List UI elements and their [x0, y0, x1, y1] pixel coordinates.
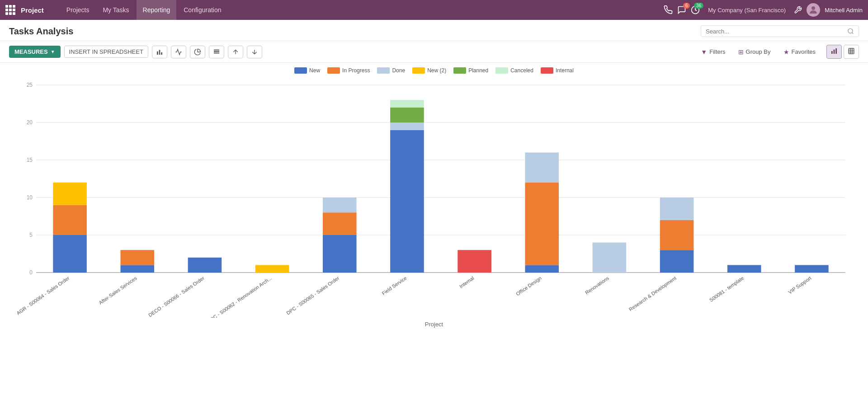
svg-rect-9: [214, 49, 219, 50]
filter-group: ▼ Filters ⊞ Group By ★ Favorites: [697, 46, 819, 58]
filter-icon: ▼: [701, 48, 707, 56]
user-avatar[interactable]: [807, 3, 820, 17]
chart-view-button[interactable]: [826, 45, 842, 59]
search-bar[interactable]: [701, 25, 859, 37]
messages-badge: 6: [683, 3, 690, 9]
svg-rect-14: [835, 48, 837, 54]
action-toolbar: MEASURES ▼ INSERT IN SPREADSHEET ▼ Filte…: [0, 41, 868, 63]
chart-legend: NewIn ProgressDoneNew (2)PlannedCanceled…: [9, 67, 859, 74]
legend-color-swatch: [377, 67, 390, 74]
bar-segment[interactable]: [525, 265, 559, 273]
svg-rect-15: [849, 48, 854, 54]
bar-segment[interactable]: [660, 250, 694, 273]
legend-label: Done: [392, 67, 405, 74]
line-chart-button[interactable]: [171, 46, 186, 58]
line-chart-icon: [175, 48, 182, 56]
nav-configuration[interactable]: Configuration: [177, 0, 227, 20]
groupby-button[interactable]: ⊞ Group By: [735, 46, 774, 58]
top-navigation: Project Projects My Tasks Reporting Conf…: [0, 0, 868, 20]
bar-segment[interactable]: [323, 198, 357, 212]
app-name: Project: [21, 6, 44, 14]
bar-segment[interactable]: [323, 235, 357, 273]
bar-segment[interactable]: [593, 243, 627, 273]
bar-segment[interactable]: [727, 265, 761, 273]
svg-point-1: [811, 6, 815, 10]
bar-chart-svg: 0510152025AGR - S00064 - Sales OrderAfte…: [9, 78, 859, 318]
messages-icon-btn[interactable]: 6: [677, 5, 686, 14]
bar-segment[interactable]: [390, 130, 424, 273]
svg-text:20: 20: [27, 119, 33, 126]
x-axis-label: After-Sales Services: [98, 275, 138, 306]
legend-label: Planned: [468, 67, 488, 74]
svg-line-3: [852, 33, 853, 34]
chart-view-icon: [830, 47, 838, 55]
bar-segment[interactable]: [525, 183, 559, 265]
bar-segment[interactable]: [390, 122, 424, 130]
bar-segment[interactable]: [53, 205, 87, 235]
bar-segment[interactable]: [390, 100, 424, 108]
bar-segment[interactable]: [188, 258, 222, 273]
search-icon: [847, 28, 854, 35]
legend-item: Canceled: [495, 67, 533, 74]
search-input[interactable]: [706, 28, 847, 35]
legend-color-swatch: [412, 67, 425, 74]
legend-item: Done: [377, 67, 405, 74]
bar-segment[interactable]: [660, 198, 694, 220]
legend-color-swatch: [327, 67, 340, 74]
activities-icon-btn[interactable]: 36: [691, 5, 700, 14]
page-header: Tasks Analysis: [0, 20, 868, 41]
nav-reporting[interactable]: Reporting: [137, 0, 177, 20]
x-axis-label: Field Service: [381, 275, 408, 296]
bar-segment[interactable]: [53, 235, 87, 273]
main-page: Tasks Analysis MEASURES ▼ INSERT IN SPRE…: [0, 20, 868, 400]
grid-icon: [5, 5, 15, 15]
table-view-button[interactable]: [844, 45, 859, 59]
svg-rect-8: [214, 51, 219, 52]
svg-text:15: 15: [27, 157, 33, 163]
x-axis-label: Research & Development: [628, 275, 678, 312]
bar-segment[interactable]: [53, 183, 87, 205]
legend-color-swatch: [294, 67, 307, 74]
pie-chart-icon: [194, 48, 201, 56]
bar-segment[interactable]: [525, 152, 559, 182]
nav-projects[interactable]: Projects: [60, 0, 96, 20]
x-axis-label: VIP Support: [787, 275, 812, 295]
bar-segment[interactable]: [120, 265, 154, 273]
username: Mitchell Admin: [825, 7, 863, 14]
settings-icon-btn[interactable]: [794, 6, 802, 14]
legend-label: Internal: [556, 67, 574, 74]
insert-spreadsheet-button[interactable]: INSERT IN SPREADSHEET: [64, 46, 148, 58]
view-buttons: [826, 45, 859, 59]
bar-segment[interactable]: [390, 108, 424, 122]
phone-icon-btn[interactable]: [664, 5, 673, 14]
stack-chart-button[interactable]: [209, 46, 224, 58]
legend-color-swatch: [495, 67, 508, 74]
pie-chart-button[interactable]: [190, 46, 205, 58]
app-logo[interactable]: Project: [5, 5, 53, 15]
sort-asc-icon: [232, 48, 239, 56]
star-icon: ★: [783, 48, 789, 56]
page-title: Tasks Analysis: [9, 26, 695, 37]
bar-segment[interactable]: [255, 265, 289, 273]
bar-segment[interactable]: [458, 250, 491, 273]
bar-chart-button[interactable]: [152, 46, 167, 58]
nav-my-tasks[interactable]: My Tasks: [96, 0, 135, 20]
measures-button[interactable]: MEASURES ▼: [9, 46, 61, 58]
x-axis-label: Internal: [458, 275, 475, 289]
bar-segment[interactable]: [120, 250, 154, 265]
bar-segment[interactable]: [660, 220, 694, 250]
legend-item: Internal: [541, 67, 574, 74]
bar-segment[interactable]: [795, 265, 829, 273]
legend-color-swatch: [453, 67, 466, 74]
company-name: My Company (San Francisco): [708, 7, 786, 14]
x-axis-label: Renovations: [584, 275, 610, 296]
svg-rect-7: [214, 52, 219, 53]
filters-button[interactable]: ▼ Filters: [697, 46, 729, 58]
x-axis-title: Project: [9, 321, 859, 328]
sort-asc-button[interactable]: [228, 46, 243, 58]
svg-rect-6: [161, 52, 162, 54]
bar-segment[interactable]: [323, 212, 357, 235]
legend-item: Planned: [453, 67, 488, 74]
favorites-button[interactable]: ★ Favorites: [780, 46, 819, 58]
sort-desc-button[interactable]: [247, 46, 262, 58]
